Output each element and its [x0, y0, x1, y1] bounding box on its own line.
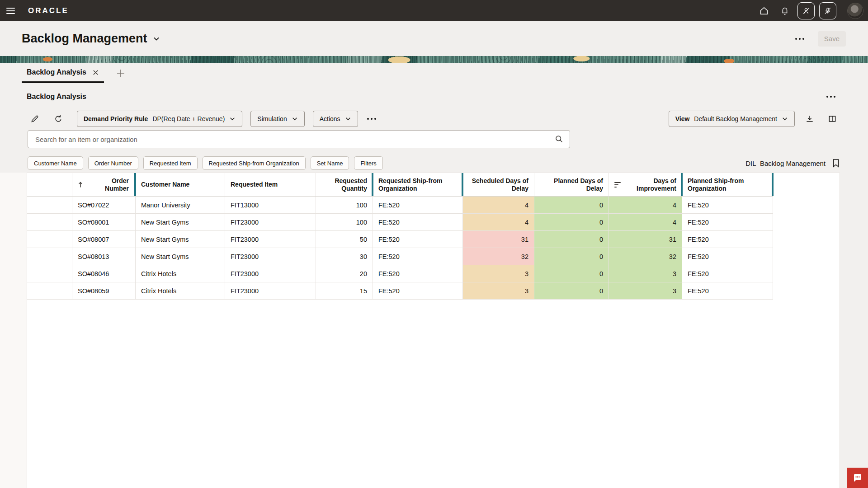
cell-planned-days-of-delay[interactable]: 0	[534, 265, 609, 282]
cell-requested-quantity[interactable]: 50	[316, 231, 373, 248]
cell-customer-name[interactable]: New Start Gyms	[136, 248, 225, 265]
cell-planned-ship-from-organization[interactable]: FE:520	[682, 231, 773, 248]
cell-customer-name[interactable]: Citrix Hotels	[136, 282, 225, 299]
cell-planned-days-of-delay[interactable]: 0	[534, 248, 609, 265]
cell-requested-quantity[interactable]: 15	[316, 282, 373, 299]
cell-planned-days-of-delay[interactable]: 0	[534, 214, 609, 230]
demand-priority-rule-dropdown[interactable]: Demand Priority Rule DP(Req Date + Reven…	[77, 111, 242, 127]
cell-planned-ship-from-organization[interactable]: FE:520	[682, 197, 773, 213]
filter-icon[interactable]	[614, 182, 621, 188]
edit-pencil-icon[interactable]	[27, 111, 42, 127]
cell-planned-ship-from-organization[interactable]: FE:520	[682, 214, 773, 230]
table-row[interactable]: SO#08013New Start GymsFIT2300030FE:52032…	[27, 248, 773, 265]
mic-slash-icon[interactable]	[819, 2, 836, 19]
tab-backlog-analysis[interactable]: Backlog Analysis	[22, 63, 104, 83]
cell-requested-quantity[interactable]: 30	[316, 248, 373, 265]
cell-customer-name[interactable]: Manor University	[136, 197, 225, 213]
cell-scheduled-days-of-delay[interactable]: 4	[463, 214, 534, 230]
header-customer-name[interactable]: Customer Name	[136, 173, 225, 196]
cell-days-of-improvement[interactable]: 3	[609, 265, 682, 282]
page-title-chevron-down-icon[interactable]	[153, 35, 160, 42]
add-tab-plus-icon[interactable]	[116, 68, 126, 78]
table-row[interactable]: SO#08046Citrix HotelsFIT2300020FE:520303…	[27, 265, 773, 282]
panel-overflow-menu-icon[interactable]	[824, 93, 838, 100]
chip-customer-name[interactable]: Customer Name	[28, 156, 83, 170]
header-requested-ship-from-organization[interactable]: Requested Ship-from Organization	[373, 173, 463, 196]
cell-requested-item[interactable]: FIT23000	[225, 231, 316, 248]
cell-requested-item[interactable]: FIT23000	[225, 282, 316, 299]
row-gutter-cell[interactable]	[27, 265, 72, 282]
cell-planned-ship-from-organization[interactable]: FE:520	[682, 248, 773, 265]
row-gutter-cell[interactable]	[27, 231, 72, 248]
row-gutter-cell[interactable]	[27, 282, 72, 299]
actions-dropdown[interactable]: Actions	[313, 111, 358, 127]
search-icon[interactable]	[554, 134, 564, 144]
cell-planned-days-of-delay[interactable]: 0	[534, 197, 609, 213]
cell-planned-days-of-delay[interactable]: 0	[534, 282, 609, 299]
chip-requested-item[interactable]: Requested Item	[143, 156, 198, 170]
cell-requested-item[interactable]: FIT23000	[225, 248, 316, 265]
cell-scheduled-days-of-delay[interactable]: 3	[463, 265, 534, 282]
tab-close-icon[interactable]	[93, 70, 99, 75]
cell-requested-ship-from-organization[interactable]: FE:520	[373, 214, 463, 230]
row-gutter-cell[interactable]	[27, 248, 72, 265]
cell-days-of-improvement[interactable]: 31	[609, 231, 682, 248]
cell-order-number[interactable]: SO#08001	[72, 214, 136, 230]
cell-order-number[interactable]: SO#08013	[72, 248, 136, 265]
header-scheduled-days-of-delay[interactable]: Scheduled Days of Delay	[463, 173, 534, 196]
cell-requested-item[interactable]: FIT13000	[225, 197, 316, 213]
cell-scheduled-days-of-delay[interactable]: 31	[463, 231, 534, 248]
cell-planned-ship-from-organization[interactable]: FE:520	[682, 282, 773, 299]
cell-requested-ship-from-organization[interactable]: FE:520	[373, 282, 463, 299]
table-row[interactable]: SO#08001New Start GymsFIT23000100FE:5204…	[27, 214, 773, 231]
header-requested-quantity[interactable]: Requested Quantity	[316, 173, 373, 196]
cell-order-number[interactable]: SO#08059	[72, 282, 136, 299]
cell-requested-ship-from-organization[interactable]: FE:520	[373, 248, 463, 265]
cell-days-of-improvement[interactable]: 4	[609, 197, 682, 213]
row-gutter-cell[interactable]	[27, 214, 72, 230]
cell-days-of-improvement[interactable]: 3	[609, 282, 682, 299]
search-input[interactable]	[28, 130, 570, 148]
cell-requested-ship-from-organization[interactable]: FE:520	[373, 265, 463, 282]
cell-order-number[interactable]: SO#07022	[72, 197, 136, 213]
header-order-number[interactable]: Order Number	[72, 173, 136, 196]
cell-planned-days-of-delay[interactable]: 0	[534, 231, 609, 248]
oracle-logo[interactable]: ORACLE	[28, 6, 69, 15]
table-row[interactable]: SO#08007New Start GymsFIT2300050FE:52031…	[27, 231, 773, 248]
user-avatar[interactable]	[847, 3, 863, 19]
save-button[interactable]: Save	[818, 31, 846, 47]
header-days-of-improvement[interactable]: Days of Improvement	[609, 173, 682, 196]
header-planned-days-of-delay[interactable]: Planned Days of Delay	[534, 173, 609, 196]
cell-requested-quantity[interactable]: 20	[316, 265, 373, 282]
cell-scheduled-days-of-delay[interactable]: 32	[463, 248, 534, 265]
cell-requested-quantity[interactable]: 100	[316, 214, 373, 230]
chat-bubble-icon[interactable]	[847, 468, 868, 488]
hamburger-menu-icon[interactable]	[0, 0, 21, 21]
chip-order-number[interactable]: Order Number	[88, 156, 138, 170]
sort-ascending-icon[interactable]	[78, 182, 83, 188]
person-slash-icon[interactable]	[797, 2, 815, 19]
toolbar-overflow-menu-icon[interactable]	[364, 115, 379, 122]
download-icon[interactable]	[802, 111, 817, 127]
cell-requested-item[interactable]: FIT23000	[225, 214, 316, 230]
simulation-dropdown[interactable]: Simulation	[250, 111, 304, 127]
cell-planned-ship-from-organization[interactable]: FE:520	[682, 265, 773, 282]
page-overflow-menu-icon[interactable]	[793, 35, 807, 42]
bookmark-icon[interactable]	[832, 159, 840, 168]
notifications-bell-icon[interactable]	[777, 3, 793, 19]
cell-requested-ship-from-organization[interactable]: FE:520	[373, 197, 463, 213]
chip-filters[interactable]: Filters	[354, 156, 382, 170]
chip-requested-ship-from-organization[interactable]: Requested Ship-from Organization	[203, 156, 306, 170]
refresh-icon[interactable]	[51, 111, 66, 127]
header-requested-item[interactable]: Requested Item	[225, 173, 316, 196]
cell-days-of-improvement[interactable]: 4	[609, 214, 682, 230]
table-row[interactable]: SO#07022Manor UniversityFIT13000100FE:52…	[27, 197, 773, 214]
cell-requested-quantity[interactable]: 100	[316, 197, 373, 213]
header-planned-ship-from-organization[interactable]: Planned Ship-from Organization	[682, 173, 773, 196]
table-row[interactable]: SO#08059Citrix HotelsFIT2300015FE:520303…	[27, 282, 773, 300]
cell-order-number[interactable]: SO#08046	[72, 265, 136, 282]
cell-customer-name[interactable]: Citrix Hotels	[136, 265, 225, 282]
home-icon[interactable]	[756, 3, 772, 19]
row-gutter-cell[interactable]	[27, 197, 72, 213]
cell-requested-ship-from-organization[interactable]: FE:520	[373, 231, 463, 248]
